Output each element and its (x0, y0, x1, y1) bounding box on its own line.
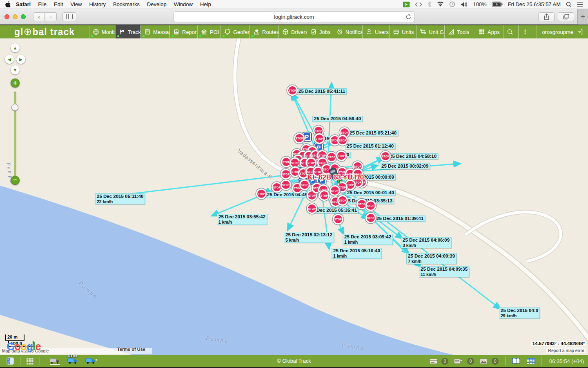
navbar-tab-monitor[interactable]: Monitor (89, 25, 115, 38)
user-menu[interactable]: orosgroupme (537, 25, 588, 38)
back-button[interactable]: ‹ (33, 12, 45, 21)
stop-marker[interactable]: STOP (256, 188, 267, 199)
pan-up-button[interactable]: ▲ (11, 43, 20, 52)
zoom-out-button[interactable]: − (11, 176, 20, 185)
forward-button[interactable]: › (45, 12, 57, 21)
navbar-tab-geofences[interactable]: Geofences (220, 25, 249, 38)
track-label: 25 Dec 2015 00:02:09 (380, 163, 430, 169)
pan-left-button[interactable]: ◀ (5, 55, 14, 64)
url-field[interactable]: login.gltrack.com (174, 11, 414, 22)
stop-marker[interactable]: STOP (326, 152, 337, 162)
pan-down-button[interactable]: ▼ (11, 65, 20, 74)
close-window-button[interactable] (4, 14, 9, 19)
reload-icon[interactable] (406, 14, 411, 21)
wifi-icon[interactable] (437, 2, 444, 7)
menu-item-develop[interactable]: Develop (143, 1, 170, 7)
stop-marker[interactable]: STOP (330, 185, 340, 196)
screenshare-app-icon[interactable] (403, 2, 410, 7)
stop-marker[interactable]: STOP (333, 214, 343, 224)
bluetooth-icon[interactable] (428, 1, 432, 7)
message-counter-icon[interactable] (454, 358, 463, 364)
stop-marker[interactable]: STOP (336, 150, 347, 161)
navbar-tab-routes[interactable]: Routes (249, 25, 278, 38)
stop-marker[interactable]: STOP (365, 200, 376, 211)
tracks-icon (119, 29, 125, 35)
log-book-icon[interactable] (512, 358, 520, 364)
terms-of-use-link[interactable]: Terms of Use (117, 347, 145, 352)
stop-marker[interactable]: STOP (281, 180, 291, 190)
map-source-icon[interactable] (7, 357, 14, 365)
card-counter-icon[interactable] (430, 359, 437, 364)
menu-item-bookmarks[interactable]: Bookmarks (109, 1, 143, 7)
stop-marker[interactable]: STOP (380, 151, 391, 162)
google-logo[interactable]: Google (7, 340, 41, 353)
navbar-tab-unit-groups[interactable]: Unit Groups (416, 25, 444, 38)
menu-item-history[interactable]: History (85, 1, 109, 7)
data-table-icon[interactable] (527, 358, 535, 364)
navbar-tab-jobs[interactable]: Jobs (307, 25, 333, 38)
drivers-icon (282, 29, 289, 35)
menu-item-file[interactable]: File (34, 1, 50, 7)
track-label: 25 Dec 2015 04:09:3511 km/h (419, 266, 469, 277)
menu-item-view[interactable]: View (67, 1, 86, 7)
browser-toolbar: ‹ › login.gltrack.com + (0, 9, 588, 25)
volume-icon[interactable] (461, 2, 468, 7)
unit-name-toggle-icon[interactable]: NAME (67, 358, 78, 364)
map-canvas[interactable]: 25 Dec 2015 05:41:1125 Dec 2015 04:56:40… (0, 38, 588, 355)
time-machine-icon[interactable] (449, 1, 455, 7)
minimize-window-button[interactable] (13, 14, 18, 19)
global-track-logo[interactable]: gl bal track (0, 25, 89, 38)
pan-right-button[interactable]: ▶ (16, 55, 25, 64)
grid-view-icon[interactable] (27, 358, 33, 365)
navbar-tab-reports[interactable]: Reports (169, 25, 197, 38)
menu-item-safari[interactable]: Safari (12, 1, 34, 7)
navbar-tab-users[interactable]: Users (362, 25, 389, 38)
stop-marker[interactable]: STOP (307, 203, 317, 214)
new-tab-button[interactable]: + (577, 9, 588, 25)
vehicle-name-label[interactable]: KL 62B 63 YU I10 (307, 173, 364, 182)
stop-marker[interactable]: STOP (294, 133, 305, 144)
navbar-tab-drivers[interactable]: Drivers (278, 25, 307, 38)
report-map-error-link[interactable]: Report a map error (546, 348, 586, 353)
menu-item-help[interactable]: Help (196, 1, 215, 7)
menu-item-window[interactable]: Window (170, 1, 196, 7)
navbar-tab-units[interactable]: Units (389, 25, 416, 38)
server-time: 06:35:54 (+04) (549, 358, 584, 364)
menu-item-edit[interactable]: Edit (50, 1, 67, 7)
zoom-in-button[interactable]: + (11, 79, 20, 88)
navbar-tab-tools[interactable]: Tools (444, 25, 475, 38)
navbar-tab-search[interactable] (503, 25, 518, 38)
zoom-slider-handle[interactable] (11, 104, 18, 111)
stop-marker[interactable]: STOP (314, 133, 325, 144)
tab-label: Users (375, 29, 389, 35)
apple-menu-icon[interactable] (5, 1, 11, 8)
notification-center-icon[interactable] (577, 2, 583, 7)
unit-follow-icon[interactable] (85, 358, 98, 364)
reports-icon (173, 29, 180, 35)
navbar-tab-notifications[interactable]: Notifications (333, 25, 362, 38)
spotlight-search-icon[interactable] (566, 2, 572, 7)
navbar-tab-more[interactable] (518, 25, 533, 38)
navbar-tab-apps[interactable]: Apps (475, 25, 503, 38)
code-brackets-icon[interactable] (415, 2, 422, 7)
sidebar-toggle-button[interactable] (62, 12, 76, 21)
navbar-tab-poi[interactable]: POI (197, 25, 220, 38)
stop-marker[interactable]: STOP (337, 195, 348, 206)
stop-marker[interactable]: STOP (337, 135, 348, 146)
stop-marker[interactable]: STOP (365, 213, 376, 223)
stop-marker[interactable]: STOP (287, 85, 298, 96)
stop-marker[interactable]: STOP (281, 169, 291, 180)
menubar-clock[interactable]: Fri Dec 25 6:35:57 AM (508, 1, 561, 7)
logout-icon[interactable] (577, 29, 583, 35)
tab-label: Drivers (291, 29, 307, 35)
share-button[interactable] (538, 12, 555, 21)
url-text: login.gltrack.com (274, 14, 314, 20)
navbar-tab-tracks[interactable]: Tracks (115, 25, 140, 38)
tab-overview-button[interactable] (558, 12, 574, 21)
stop-marker[interactable]: STOP (319, 190, 330, 201)
trailer-icon[interactable] (49, 357, 60, 365)
media-counter-icon[interactable] (480, 359, 488, 364)
navbar-tab-messages[interactable]: Messages (140, 25, 169, 38)
app-statusbar: NAME © Global Track 0 0 0 06:35:54 (+04) (0, 355, 588, 368)
zoom-window-button[interactable] (21, 14, 26, 19)
